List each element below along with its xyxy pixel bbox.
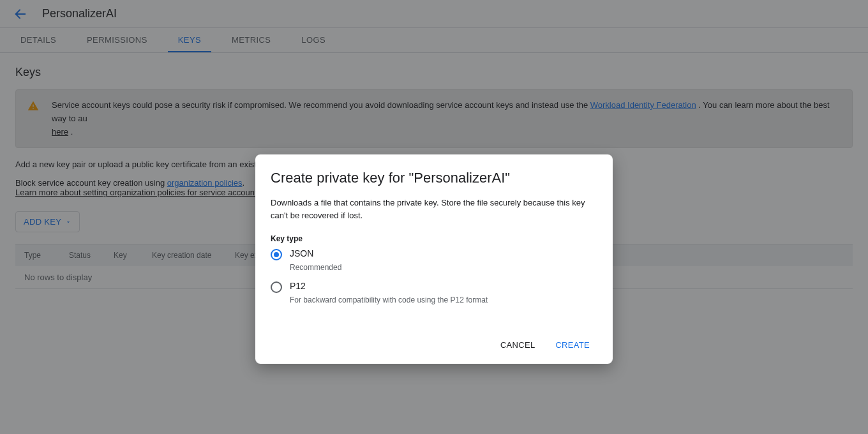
modal-overlay[interactable]: Create private key for "PersonalizerAI" … <box>0 0 868 434</box>
keytype-p12-option[interactable]: P12 <box>271 281 597 293</box>
radio-help-json: Recommended <box>290 263 597 272</box>
dialog-title: Create private key for "PersonalizerAI" <box>271 170 597 186</box>
radio-icon <box>271 281 282 293</box>
radio-label-json: JSON <box>290 248 313 258</box>
radio-help-p12: For backward compatibility with code usi… <box>290 296 597 304</box>
dialog-actions: CANCEL CREATE <box>271 334 597 356</box>
radio-icon <box>271 249 282 260</box>
radio-label-p12: P12 <box>290 281 306 291</box>
cancel-button[interactable]: CANCEL <box>493 334 543 356</box>
create-key-dialog: Create private key for "PersonalizerAI" … <box>255 154 613 364</box>
create-button[interactable]: CREATE <box>548 334 597 356</box>
keytype-label: Key type <box>271 234 597 243</box>
keytype-json-option[interactable]: JSON <box>271 248 597 260</box>
dialog-subtitle: Downloads a file that contains the priva… <box>271 197 597 221</box>
